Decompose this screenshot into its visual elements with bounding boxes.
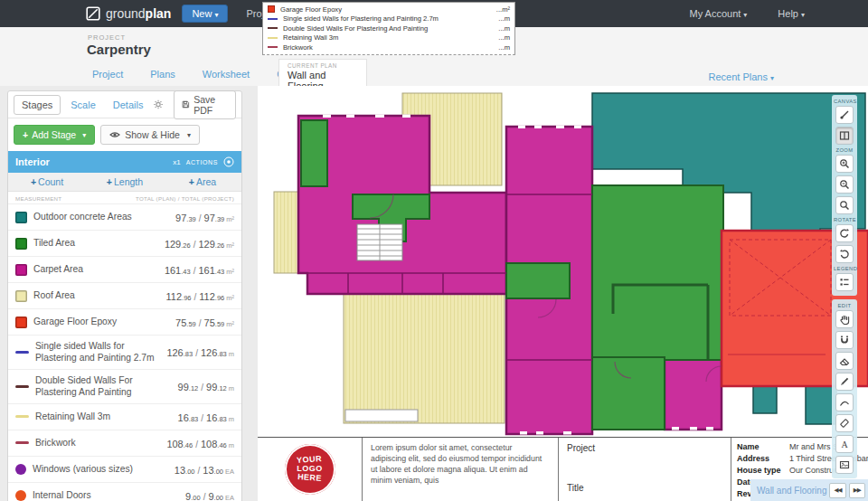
measurement-row[interactable]: Single sided Walls for Plastering and Pa… — [8, 335, 241, 369]
measurement-name: Windows (various sizes) — [33, 463, 168, 475]
legend-unit: ...m² — [496, 5, 510, 14]
floor-plan[interactable] — [258, 86, 868, 437]
skip-back-icon: ◀◀ — [835, 487, 842, 494]
measurement-values: 97.39/97.39m² — [175, 209, 234, 225]
add-stage-button[interactable]: +Add Stage▾ — [14, 125, 95, 145]
zoom-in-icon — [839, 158, 850, 169]
field-label: House type — [737, 466, 789, 475]
measurement-row[interactable]: Windows (various sizes) 13.00/13.00EA — [8, 456, 241, 482]
measurement-row[interactable]: Tiled Area 129.26/129.26m² — [8, 230, 241, 256]
project-tab-plans[interactable]: Plans — [150, 69, 175, 80]
measurement-row[interactable]: Carpet Area 161.43/161.43m² — [8, 256, 241, 282]
stage-header-interior[interactable]: Interior x1 ACTIONS — [8, 151, 241, 173]
measurement-values: 75.59/75.59m² — [175, 314, 234, 330]
curve-button[interactable] — [835, 393, 854, 411]
tab-scale[interactable]: Scale — [63, 96, 103, 114]
measurement-row[interactable]: Roof Area 112.96/112.96m² — [8, 282, 241, 308]
measurement-row[interactable]: Double Sided Walls For Plastering And Pa… — [8, 369, 241, 403]
measurement-row[interactable]: Outdoor concrete Areas 97.39/97.39m² — [8, 203, 241, 230]
zoom-in-button[interactable] — [835, 155, 854, 173]
rotate-cw-button[interactable] — [835, 245, 854, 263]
zoom-reset-button[interactable] — [835, 196, 854, 214]
legend-swatch-icon — [268, 37, 278, 39]
measurement-name: Garage Floor Epoxy — [33, 316, 169, 327]
project-eyebrow: PROJECT — [88, 33, 126, 42]
my-account-menu[interactable]: My Account▾ — [682, 8, 754, 19]
add-area-button[interactable]: +Area — [164, 173, 241, 191]
eye-icon — [109, 129, 120, 140]
measurement-column-headers: MEASUREMENT TOTAL (PLAN) / TOTAL (PROJEC… — [8, 192, 241, 203]
rotate-cw-icon — [839, 249, 850, 260]
measurement-name: Double Sided Walls For Plastering And Pa… — [35, 374, 172, 399]
previous-plan-button[interactable]: ◀◀ — [829, 483, 845, 498]
rotate-ccw-button[interactable] — [835, 224, 854, 242]
project-tab-project[interactable]: Project — [92, 69, 123, 80]
pencil-icon — [839, 376, 850, 387]
area-swatch-icon — [15, 290, 27, 302]
measurement-row[interactable]: Brickwork 108.46/108.46m — [8, 430, 241, 456]
measurement-values: 99.12/99.12m — [178, 378, 234, 394]
stage-actions-gear-icon[interactable] — [223, 156, 234, 167]
measurement-values: 161.43/161.43m² — [165, 261, 234, 278]
tab-stages[interactable]: Stages — [14, 95, 61, 115]
text-icon: A — [839, 439, 850, 449]
new-button[interactable]: New▾ — [182, 5, 228, 23]
legend-grid-button[interactable] — [835, 273, 854, 291]
stages-panel: Stages Scale Details Save PDF +Add Stage… — [7, 90, 242, 501]
add-count-button[interactable]: +Count — [8, 173, 86, 191]
add-length-button[interactable]: +Length — [86, 173, 164, 191]
toolbar-section-rotate: ROTATE — [834, 217, 855, 222]
toolbar-section-edit: EDIT — [834, 303, 855, 308]
zoom-out-button[interactable] — [835, 175, 854, 194]
image-button[interactable] — [835, 456, 854, 474]
legend-grid-icon — [839, 277, 850, 288]
area-swatch-icon — [15, 238, 27, 250]
pan-hand-button[interactable] — [835, 310, 854, 328]
legend-row: Garage Floor Epoxy ...m² — [268, 5, 510, 14]
plan-canvas[interactable] — [258, 86, 868, 437]
field-label: Name — [737, 442, 789, 451]
curve-icon — [839, 397, 850, 408]
brand-logo[interactable]: groundplan — [86, 6, 171, 21]
measurement-values: 108.46/108.46m — [166, 435, 234, 451]
edit-toolbar: EDITA — [832, 299, 857, 478]
measurement-name: Internal Doors — [33, 489, 179, 501]
measurement-values: 9.00/9.00EA — [185, 487, 234, 501]
save-icon — [182, 99, 190, 109]
measurement-row[interactable]: Internal Doors 9.00/9.00EA — [8, 482, 241, 501]
project-tab-worksheet[interactable]: Worksheet — [203, 69, 250, 80]
skip-forward-icon: ▶▶ — [854, 487, 861, 494]
magnet-button[interactable] — [835, 331, 854, 349]
measurement-row[interactable]: Garage Floor Epoxy 75.59/75.59m² — [8, 308, 241, 335]
zoom-reset-icon — [839, 200, 850, 211]
brand-plan: plan — [146, 6, 172, 21]
show-hide-button[interactable]: Show & Hide▾ — [100, 125, 200, 145]
caret-down-icon: ▾ — [801, 11, 805, 19]
legend-label: Retaining Wall 3m — [283, 33, 493, 42]
measurement-name: Outdoor concrete Areas — [33, 211, 169, 222]
current-plan-tab[interactable]: CURRENT PLAN Wall and Flooring — [278, 59, 367, 86]
layout-button[interactable] — [835, 127, 854, 145]
help-menu[interactable]: Help▾ — [770, 8, 812, 19]
area-swatch-icon — [15, 264, 27, 276]
measurement-row[interactable]: Retaining Wall 3m 16.83/16.83m — [8, 403, 241, 430]
eraser-button[interactable] — [835, 352, 854, 370]
length-swatch-icon — [15, 385, 29, 388]
measurement-values: 16.83/16.83m — [178, 409, 234, 425]
plan-navigator: Wall and Flooring ◀◀ ▶▶ — [750, 479, 868, 501]
save-pdf-button[interactable]: Save PDF — [174, 90, 236, 119]
legend-swatch-icon — [268, 27, 278, 29]
tab-details[interactable]: Details — [106, 96, 151, 114]
caret-down-icon: ▾ — [214, 11, 218, 19]
groundplan-logo-icon — [86, 6, 100, 21]
magnet-icon — [839, 335, 850, 345]
pencil-button[interactable] — [835, 373, 854, 391]
settings-gear-icon[interactable] — [153, 98, 164, 111]
text-button[interactable]: A — [835, 435, 854, 453]
legend-label: Single sided Walls for Plastering and Pa… — [283, 14, 493, 23]
legend-label: Garage Floor Epoxy — [280, 5, 491, 14]
recent-plans-menu[interactable]: Recent Plans▾ — [709, 71, 774, 82]
eraser-angled-button[interactable] — [835, 414, 854, 432]
measure-button[interactable] — [835, 106, 854, 124]
next-plan-button[interactable]: ▶▶ — [849, 483, 865, 498]
